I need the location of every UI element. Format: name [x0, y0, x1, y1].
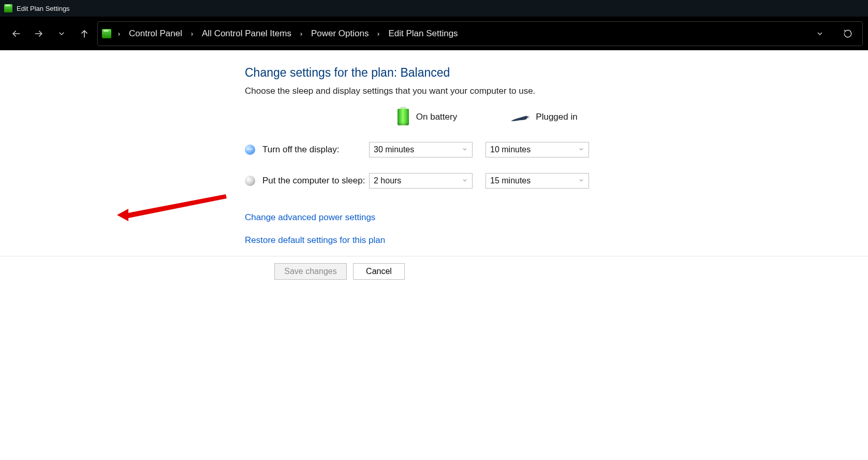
chevron-down-icon — [462, 145, 468, 154]
battery-icon — [398, 109, 409, 125]
address-history-button[interactable] — [813, 26, 827, 41]
display-icon — [245, 145, 255, 155]
plug-icon — [510, 113, 528, 121]
history-dropdown-button[interactable] — [52, 24, 71, 44]
sleep-icon — [245, 176, 255, 186]
chevron-right-icon — [375, 30, 382, 37]
svg-marker-5 — [117, 194, 227, 221]
row-display-label: Turn off the display: — [262, 145, 339, 155]
chevron-down-icon — [462, 176, 468, 185]
change-advanced-power-link[interactable]: Change advanced power settings — [245, 212, 375, 223]
cancel-button[interactable]: Cancel — [353, 263, 405, 280]
sleep-on-battery-value: 2 hours — [374, 176, 401, 185]
svg-rect-3 — [527, 116, 529, 117]
back-button[interactable] — [6, 24, 26, 44]
forward-button[interactable] — [29, 24, 49, 44]
chevron-right-icon — [188, 30, 196, 37]
breadcrumb-edit-plan[interactable]: Edit Plan Settings — [386, 26, 460, 41]
sleep-plugged-in-value: 15 minutes — [490, 176, 531, 185]
titlebar: Edit Plan Settings — [0, 0, 868, 17]
address-bar[interactable]: Control Panel All Control Panel Items Po… — [97, 21, 863, 46]
window-title: Edit Plan Settings — [17, 5, 70, 12]
refresh-button[interactable] — [841, 26, 855, 41]
cancel-button-label: Cancel — [366, 267, 392, 276]
row-sleep: Put the computer to sleep: — [245, 176, 369, 186]
content-area: Change settings for the plan: Balanced C… — [0, 50, 868, 246]
button-row: Save changes Cancel — [274, 263, 405, 280]
column-on-battery: On battery — [369, 108, 486, 126]
chevron-down-icon — [578, 176, 584, 185]
page-subtext: Choose the sleep and display settings th… — [245, 86, 868, 96]
link-list: Change advanced power settings Restore d… — [245, 212, 868, 246]
save-button-label: Save changes — [284, 267, 336, 276]
column-on-battery-label: On battery — [416, 112, 457, 122]
up-button[interactable] — [75, 24, 94, 44]
save-button[interactable]: Save changes — [274, 263, 347, 280]
grid-header-spacer — [245, 108, 369, 126]
row-sleep-label: Put the computer to sleep: — [262, 176, 365, 186]
breadcrumb-control-panel[interactable]: Control Panel — [127, 26, 184, 41]
column-plugged-in: Plugged in — [486, 108, 602, 126]
chevron-right-icon — [115, 30, 123, 37]
display-on-battery-value: 30 minutes — [374, 145, 414, 154]
display-on-battery-select[interactable]: 30 minutes — [369, 142, 473, 157]
svg-rect-4 — [527, 118, 529, 118]
column-plugged-in-label: Plugged in — [536, 112, 577, 122]
sleep-on-battery-select[interactable]: 2 hours — [369, 173, 473, 189]
breadcrumb-power-options[interactable]: Power Options — [309, 26, 371, 41]
annotation-arrow — [117, 194, 231, 223]
page-title: Change settings for the plan: Balanced — [245, 66, 868, 80]
app-icon — [4, 4, 12, 12]
address-icon — [102, 29, 111, 38]
divider — [0, 256, 868, 256]
chevron-down-icon — [578, 145, 584, 154]
display-plugged-in-value: 10 minutes — [490, 145, 531, 154]
sleep-plugged-in-select[interactable]: 15 minutes — [486, 173, 589, 189]
settings-grid: On battery Plugged in Turn off the displ… — [245, 108, 868, 189]
chevron-right-icon — [298, 30, 305, 37]
restore-defaults-link[interactable]: Restore default settings for this plan — [245, 235, 385, 246]
row-display: Turn off the display: — [245, 145, 369, 155]
display-plugged-in-select[interactable]: 10 minutes — [486, 142, 589, 157]
navbar: Control Panel All Control Panel Items Po… — [0, 17, 868, 50]
breadcrumb-all-items[interactable]: All Control Panel Items — [200, 26, 293, 41]
